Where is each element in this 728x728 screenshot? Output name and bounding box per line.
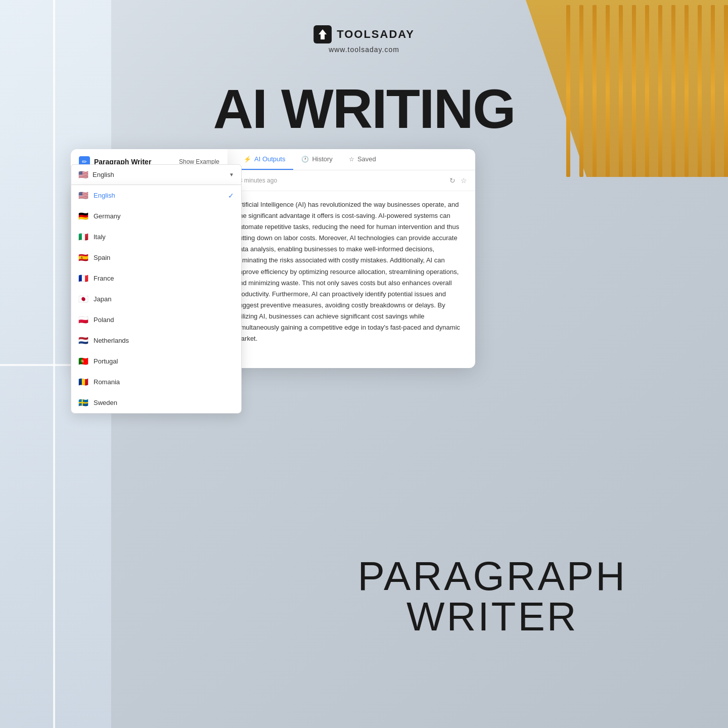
logo-area: TOOLSADAY bbox=[313, 25, 415, 43]
language-item-left: 🇫🇷 France bbox=[78, 274, 114, 283]
language-list: 🇺🇸 English ✓ 🇩🇪 Germany 🇮🇹 Italy 🇪🇸 Spai… bbox=[71, 185, 242, 414]
language-item-left: 🇷🇴 Romania bbox=[78, 377, 120, 387]
tab-ai-outputs-label: AI Outputs bbox=[254, 155, 285, 163]
bottom-title: PARAGRAPH WRITER bbox=[358, 556, 627, 637]
brand-name: TOOLSADAY bbox=[337, 28, 415, 41]
pencil-line bbox=[685, 5, 689, 177]
language-item-left: 🇮🇹 Italy bbox=[78, 232, 106, 242]
pencil-line bbox=[619, 5, 623, 177]
pencil-line bbox=[698, 5, 702, 177]
japan-flag: 🇯🇵 bbox=[78, 294, 88, 304]
main-title: AI WRITING bbox=[162, 81, 566, 136]
output-timestamp: 33 minutes ago bbox=[236, 177, 277, 184]
netherlands-flag: 🇳🇱 bbox=[78, 336, 88, 345]
pencil-line bbox=[658, 5, 662, 177]
check-icon: ✓ bbox=[228, 192, 234, 200]
language-item-japan[interactable]: 🇯🇵 Japan bbox=[71, 289, 241, 309]
clock-icon: 🕐 bbox=[301, 156, 309, 163]
romania-label: Romania bbox=[94, 378, 120, 386]
english-flag: 🇺🇸 bbox=[78, 191, 88, 200]
france-flag: 🇫🇷 bbox=[78, 274, 88, 283]
spain-label: Spain bbox=[94, 254, 110, 261]
romania-flag: 🇷🇴 bbox=[78, 377, 88, 387]
language-item-left: 🇸🇪 Sweden bbox=[78, 398, 117, 407]
pencil-line bbox=[593, 5, 597, 177]
poland-flag: 🇵🇱 bbox=[78, 315, 88, 325]
language-item-left: 🇯🇵 Japan bbox=[78, 294, 111, 304]
pencil-line bbox=[632, 5, 636, 177]
language-item-sweden[interactable]: 🇸🇪 Sweden bbox=[71, 392, 241, 413]
tab-ai-outputs[interactable]: ⚡ AI Outputs bbox=[236, 149, 293, 170]
language-item-portugal[interactable]: 🇵🇹 Portugal bbox=[71, 351, 241, 372]
english-label: English bbox=[94, 192, 115, 199]
pencil-line bbox=[671, 5, 675, 177]
star-icon: ☆ bbox=[349, 156, 354, 163]
language-item-left: 🇪🇸 Spain bbox=[78, 253, 110, 262]
tab-history-label: History bbox=[312, 155, 332, 163]
output-header: 33 minutes ago ↻ ☆ bbox=[228, 170, 475, 191]
language-selected-left: 🇺🇸 English bbox=[78, 170, 114, 179]
sweden-label: Sweden bbox=[94, 399, 117, 406]
pencil-line bbox=[711, 5, 715, 177]
language-item-english[interactable]: 🇺🇸 English ✓ bbox=[71, 185, 241, 206]
language-item-italy[interactable]: 🇮🇹 Italy bbox=[71, 226, 241, 247]
tab-history[interactable]: 🕐 History bbox=[293, 149, 340, 170]
pencil-line bbox=[645, 5, 649, 177]
hero-title: AI WRITING bbox=[162, 81, 566, 136]
brand-url: www.toolsaday.com bbox=[313, 46, 415, 54]
language-item-left: 🇳🇱 Netherlands bbox=[78, 336, 129, 345]
lightning-icon: ⚡ bbox=[244, 156, 251, 163]
language-item-left: 🇩🇪 Germany bbox=[78, 211, 120, 221]
selected-flag: 🇺🇸 bbox=[78, 170, 88, 179]
language-item-left: 🇺🇸 English bbox=[78, 191, 115, 200]
output-action-buttons: ↻ ☆ bbox=[449, 176, 467, 185]
france-label: France bbox=[94, 275, 114, 282]
language-item-left: 🇵🇱 Poland bbox=[78, 315, 114, 325]
selected-language-label: English bbox=[93, 171, 114, 178]
subtitle-line1: PARAGRAPH bbox=[358, 556, 627, 597]
portugal-flag: 🇵🇹 bbox=[78, 356, 88, 366]
language-item-left: 🇵🇹 Portugal bbox=[78, 356, 118, 366]
output-tabs: ⚡ AI Outputs 🕐 History ☆ Saved bbox=[228, 149, 475, 170]
language-item-netherlands[interactable]: 🇳🇱 Netherlands bbox=[71, 330, 241, 351]
italy-flag: 🇮🇹 bbox=[78, 232, 88, 242]
pencil-line bbox=[566, 5, 570, 177]
save-button[interactable]: ☆ bbox=[461, 176, 467, 185]
spain-flag: 🇪🇸 bbox=[78, 253, 88, 262]
refresh-button[interactable]: ↻ bbox=[449, 176, 456, 185]
right-panel: ⚡ AI Outputs 🕐 History ☆ Saved 33 minute… bbox=[228, 149, 475, 368]
tab-saved-label: Saved bbox=[357, 155, 376, 163]
sweden-flag: 🇸🇪 bbox=[78, 398, 88, 407]
language-selected-item[interactable]: 🇺🇸 English ▼ bbox=[71, 164, 242, 185]
subtitle-line2: WRITER bbox=[358, 597, 627, 637]
tab-saved[interactable]: ☆ Saved bbox=[341, 149, 384, 170]
language-dropdown-container: 🇺🇸 English ▼ 🇺🇸 English ✓ 🇩🇪 Germany 🇮🇹 … bbox=[71, 164, 242, 414]
toolsaday-logo-icon bbox=[313, 25, 332, 43]
germany-flag: 🇩🇪 bbox=[78, 211, 88, 221]
output-text: Artificial Intelligence (AI) has revolut… bbox=[228, 191, 475, 368]
poland-label: Poland bbox=[94, 316, 114, 324]
portugal-label: Portugal bbox=[94, 357, 118, 365]
pencil-line bbox=[724, 5, 728, 177]
germany-label: Germany bbox=[94, 212, 120, 220]
netherlands-label: Netherlands bbox=[94, 337, 129, 344]
language-item-germany[interactable]: 🇩🇪 Germany bbox=[71, 206, 241, 226]
header: TOOLSADAY www.toolsaday.com bbox=[313, 25, 415, 54]
language-item-spain[interactable]: 🇪🇸 Spain bbox=[71, 247, 241, 268]
pencil-line bbox=[606, 5, 610, 177]
pencil-line bbox=[579, 5, 583, 177]
language-item-poland[interactable]: 🇵🇱 Poland bbox=[71, 309, 241, 330]
language-item-france[interactable]: 🇫🇷 France bbox=[71, 268, 241, 289]
chevron-down-icon: ▼ bbox=[229, 172, 234, 177]
italy-label: Italy bbox=[94, 233, 106, 241]
japan-label: Japan bbox=[94, 295, 111, 303]
language-item-romania[interactable]: 🇷🇴 Romania bbox=[71, 372, 241, 392]
